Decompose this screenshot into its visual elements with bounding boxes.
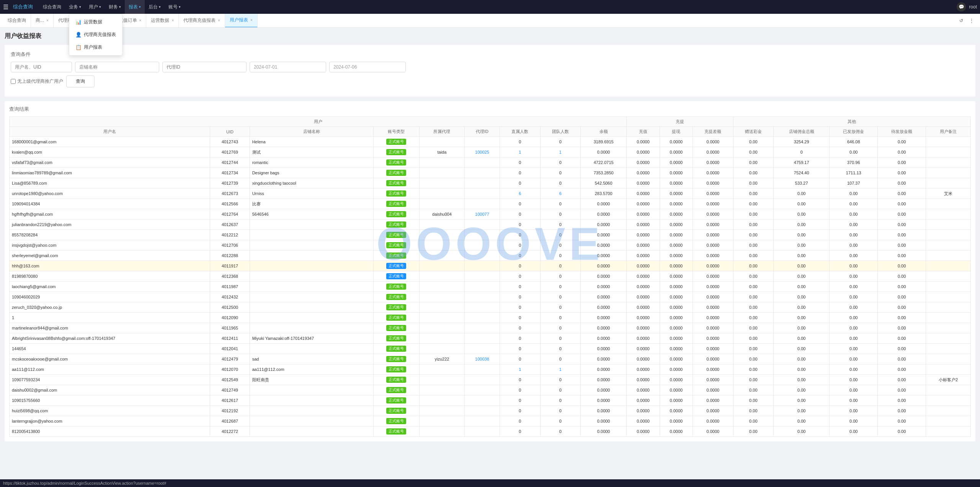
cell-remark [926,313,971,323]
cell-balance: 0.0000 [581,292,627,302]
cell-remark [926,406,971,416]
account-type-badge: 正式账号 [386,304,406,310]
cell-direct: 1 [500,364,540,375]
nav-item-财务[interactable]: 财务▾ [105,0,125,14]
cell-bonus: 0.00 [733,333,774,344]
cell-username: insjvgdojst@yahoo.com [10,240,210,251]
nav-item-账号[interactable]: 账号▾ [165,0,185,14]
date-start-input[interactable] [250,62,326,72]
cell-withdraw: 0.0000 [660,240,693,251]
cell-direct: 0 [500,157,540,168]
chat-icon[interactable]: 💬 [957,2,966,11]
chevron-down-icon: ▾ [179,5,181,9]
cell-paidcomm: 0.00 [830,240,878,251]
cell-recharge: 0.0000 [627,333,660,344]
cell-diff: 0.0000 [693,282,733,292]
table-row: aa111@112.com 4012070 aa111@112.com 正式账号… [10,364,971,375]
account-type-badge: 正式账号 [386,284,406,290]
cell-recharge: 0.0000 [627,230,660,240]
table-row: unrotope1980@yahoo.com 4012673 Urniss 正式… [10,189,971,199]
cell-team: 0 [540,282,581,292]
menu-icon[interactable]: ☰ [3,3,8,11]
cell-username: mcskoceoakxooe@gmail.com [10,354,210,364]
cell-agentid [464,271,500,282]
settings-icon[interactable]: ⋮ [966,16,977,25]
cell-balance: 0.0000 [581,416,627,426]
chevron-down-icon: ▾ [99,5,101,9]
cell-shopcomm: 0.00 [774,416,830,426]
date-end-input[interactable] [329,62,406,72]
cell-shop: 比赛 [250,199,373,209]
cell-paidcomm: 0.00 [830,395,878,406]
cell-paidcomm: 0.00 [830,313,878,323]
cell-diff: 0.0000 [693,251,733,261]
nav-item-后台[interactable]: 后台▾ [145,0,165,14]
cell-username: AlbrightSrinivasan08Bshfo@gmail.com:off-… [10,333,210,344]
col-header-direct: 直属人数 [500,127,540,137]
account-type-badge: 正式账号 [386,325,406,331]
refresh-icon[interactable]: ↺ [956,16,966,25]
cell-remark: 艾米 [926,189,971,199]
cell-remark [926,157,971,168]
tab-商[interactable]: 商... × [31,14,54,28]
cell-bonus: 0.00 [733,178,774,189]
tab-代理商充值报表[interactable]: 代理商充值报表 × [179,14,225,28]
shop-name-input[interactable] [75,62,159,72]
cell-team: 0 [540,426,581,437]
status-url: https://tiktok.juzhou.top/admin/normal/L… [3,481,166,485]
close-icon[interactable]: × [218,18,220,23]
cell-type: 正式账号 [373,375,419,385]
checkbox-label[interactable]: 无上级代理商推广用户 [11,78,63,85]
close-icon[interactable]: × [46,18,49,23]
tab-综合查询[interactable]: 综合查询 [3,14,31,28]
tab-用户报表[interactable]: 用户报表 × [225,14,258,28]
agent-id-input[interactable] [162,62,247,72]
account-type-badge: 正式账号 [386,232,406,238]
dropdown-item-代理商充值报表[interactable]: 👤 代理商充值报表 [69,28,122,41]
nav-item-用户[interactable]: 用户▾ [85,0,105,14]
no-agent-checkbox[interactable] [11,79,16,84]
nav-item-报表[interactable]: 报表▾ [125,0,145,14]
cell-shop [250,230,373,240]
cell-remark [926,220,971,230]
cell-diff: 0.0000 [693,189,733,199]
cell-bonus: 0.00 [733,375,774,385]
cell-remark [926,292,971,302]
cell-unpaidcomm: 0.00 [878,302,926,313]
dropdown-item-用户报表[interactable]: 📋 用户报表 [69,41,122,54]
account-type-badge: 正式账号 [386,263,406,269]
cell-withdraw: 0.0000 [660,230,693,240]
cell-type: 正式账号 [373,271,419,282]
cell-recharge: 0.0000 [627,364,660,375]
table-row: 144654 4012041 正式账号 0 0 0.0000 0.0000 0.… [10,344,971,354]
dropdown-item-运营数据[interactable]: 📊 运营数据 [69,16,122,28]
close-icon[interactable]: × [172,18,174,23]
cell-shop [250,282,373,292]
cell-uid: 4012288 [210,251,250,261]
account-type-badge: 正式账号 [386,387,406,393]
close-icon[interactable]: × [139,18,142,23]
query-button[interactable]: 查询 [66,75,95,87]
cell-uid: 4012734 [210,168,250,178]
cell-bonus: 0.00 [733,209,774,220]
cell-shop [250,302,373,313]
tab-运营数据[interactable]: 运营数据 × [146,14,179,28]
nav-item-综合查询[interactable]: 综合查询 [39,0,65,14]
col-header-shop: 店铺名称 [250,127,373,137]
nav-item-业务[interactable]: 业务▾ [65,0,85,14]
cell-paidcomm: 0.00 [830,209,878,220]
username-input[interactable] [11,62,72,72]
cell-direct: 0 [500,137,540,147]
col-header-balance: 余额 [581,127,627,137]
table-row: hhh@163.com 4011917 正式账号 0 0 0.0000 0.00… [10,261,971,271]
close-icon[interactable]: × [250,18,253,22]
cell-paidcomm: 646.08 [830,137,878,147]
account-type-badge: 正式账号 [386,253,406,259]
cell-diff: 0.0000 [693,375,733,385]
cell-shop [250,261,373,271]
tab-bar-actions: ↺ ⋮ [956,16,977,25]
cell-balance: 3189.6915 [581,137,627,147]
cell-bonus: 0.00 [733,385,774,395]
cell-uid: 4012432 [210,292,250,302]
cell-agentid [464,292,500,302]
